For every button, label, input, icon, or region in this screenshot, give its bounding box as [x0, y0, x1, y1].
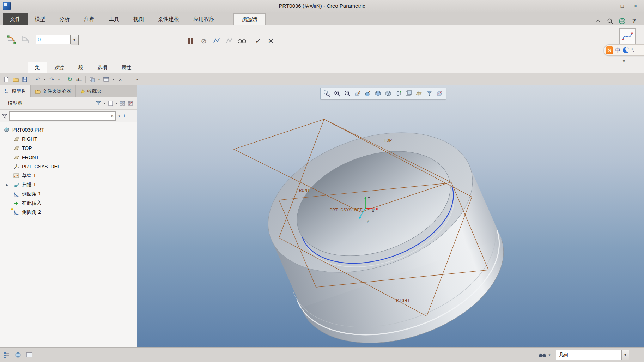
geometry-preview-icon[interactable]: [211, 35, 222, 47]
subtab-properties[interactable]: 属性: [114, 62, 138, 73]
tab-model-tree[interactable]: 模型树: [0, 85, 31, 97]
verify-glasses-icon[interactable]: [236, 35, 248, 47]
search-icon[interactable]: [606, 17, 614, 25]
copy-geometry-icon[interactable]: [88, 75, 96, 84]
find-binoculars-icon[interactable]: [538, 350, 547, 360]
cancel-feature-icon[interactable]: ✕: [265, 35, 277, 47]
help-icon[interactable]: ?: [630, 17, 638, 25]
tab-model[interactable]: 模型: [28, 13, 52, 25]
relations-d-equals-icon[interactable]: d=: [75, 75, 83, 84]
tree-row-top-plane[interactable]: TOP: [0, 144, 137, 153]
subtab-transitions[interactable]: 过渡: [47, 62, 71, 73]
tree-columns-icon[interactable]: [119, 100, 126, 107]
toggle-browser-icon[interactable]: [13, 350, 23, 360]
community-sync-icon[interactable]: [618, 17, 626, 25]
display-filters-icon[interactable]: [425, 89, 434, 98]
tree-row-csys[interactable]: PRT_CSYS_DEF: [0, 162, 137, 171]
zoom-region-icon[interactable]: [322, 89, 332, 98]
subtab-pieces[interactable]: 段: [71, 62, 90, 73]
maximize-button[interactable]: □: [616, 1, 628, 11]
copy-dropdown-caret[interactable]: ▼: [97, 78, 101, 81]
tab-file[interactable]: 文件: [3, 13, 28, 25]
find-dropdown-caret[interactable]: ▼: [548, 354, 551, 357]
ribbon-overflow-caret[interactable]: ▼: [622, 59, 626, 63]
window-arrange-icon[interactable]: [102, 75, 110, 84]
ime-logo-icon[interactable]: S: [606, 46, 613, 54]
ime-language-toggle[interactable]: 中: [615, 47, 621, 54]
toggle-model-tree-icon[interactable]: [2, 350, 11, 360]
round-radius-input[interactable]: [36, 35, 71, 44]
tab-round-active[interactable]: 倒圆角: [233, 13, 266, 25]
selection-filter-combo[interactable]: 几何 ▼: [556, 350, 629, 360]
tab-view[interactable]: 视图: [126, 13, 151, 25]
shading-options-icon[interactable]: [363, 89, 372, 98]
tab-flexible-modeling[interactable]: 柔性建模: [151, 13, 186, 25]
display-transparent-icon[interactable]: [384, 89, 393, 98]
round-radius-dropdown[interactable]: ▼: [71, 35, 79, 45]
zoom-out-icon[interactable]: [343, 89, 352, 98]
tree-row-round1[interactable]: 倒圆角 1: [0, 189, 137, 199]
undo-icon[interactable]: ↶: [34, 75, 42, 84]
model-canvas[interactable]: TOP FRONT RIGHT PRT_CSYS_DEF Y X Z: [137, 85, 644, 347]
tree-row-sweep[interactable]: ▶ 扫描 1: [0, 180, 137, 189]
save-icon[interactable]: [20, 75, 29, 84]
tree-display-list-icon[interactable]: [107, 100, 114, 107]
tab-applications[interactable]: 应用程序: [186, 13, 221, 25]
feature-preview-icon[interactable]: [224, 35, 235, 47]
datum-display-icon[interactable]: [414, 89, 424, 98]
accept-feature-icon[interactable]: ✓: [253, 35, 264, 47]
tab-annotate[interactable]: 注释: [77, 13, 102, 25]
redo-icon[interactable]: ↷: [48, 75, 56, 84]
tab-folder-browser[interactable]: 文件夹浏览器: [31, 85, 76, 97]
redo-dropdown-caret[interactable]: ▼: [57, 78, 61, 81]
undo-dropdown-caret[interactable]: ▼: [43, 78, 47, 81]
no-preview-icon[interactable]: ⊘: [198, 35, 209, 47]
expand-icon[interactable]: ▶: [4, 183, 11, 187]
minimize-button[interactable]: ─: [602, 1, 615, 11]
display-shaded-icon[interactable]: [373, 89, 383, 98]
subtab-sets[interactable]: 集: [28, 62, 47, 73]
tree-row-part[interactable]: PRT0036.PRT: [0, 125, 137, 134]
clear-search-icon[interactable]: ✕: [109, 114, 115, 119]
tree-settings-icon[interactable]: [127, 100, 134, 107]
pause-feature-icon[interactable]: [185, 35, 196, 47]
tree-search-input[interactable]: [10, 113, 109, 120]
round-transitions-mode-icon[interactable]: [18, 33, 32, 47]
ime-punctuation-icon[interactable]: °,: [631, 48, 634, 53]
saved-orientations-icon[interactable]: [394, 89, 403, 98]
repaint-icon[interactable]: [353, 89, 362, 98]
new-file-icon[interactable]: [2, 75, 11, 84]
sweep-icon: [13, 182, 19, 188]
tree-filter-caret[interactable]: ▼: [103, 102, 106, 105]
spline-tool-icon[interactable]: [619, 28, 636, 44]
tab-analysis[interactable]: 分析: [52, 13, 77, 25]
zoom-in-icon[interactable]: [333, 89, 342, 98]
add-filter-icon[interactable]: +: [123, 113, 126, 119]
tree-filter-icon[interactable]: [95, 100, 102, 107]
search-options-caret[interactable]: ▼: [118, 115, 121, 118]
regenerate-icon[interactable]: ↻: [66, 75, 74, 84]
tree-row-front-plane[interactable]: FRONT: [0, 153, 137, 162]
close-button[interactable]: ×: [629, 1, 642, 11]
toggle-fullscreen-icon[interactable]: [25, 350, 34, 360]
view-manager-icon[interactable]: [404, 89, 413, 98]
tree-row-round2[interactable]: ✱ 倒圆角 2: [0, 208, 137, 217]
round-sets-mode-icon[interactable]: [4, 33, 18, 47]
close-window-icon[interactable]: ×: [116, 75, 124, 84]
graphics-area[interactable]: TOP FRONT RIGHT PRT_CSYS_DEF Y X Z: [137, 85, 644, 347]
collapse-ribbon-icon[interactable]: [594, 17, 602, 25]
selection-filter-caret[interactable]: ▼: [621, 350, 629, 360]
tree-row-insert-here[interactable]: 在此插入: [0, 199, 137, 208]
qtb-customize-caret[interactable]: ▼: [135, 78, 139, 81]
ime-fullhalf-icon[interactable]: [623, 47, 629, 53]
section-cut-icon[interactable]: [435, 89, 444, 98]
tree-row-sketch[interactable]: 草绘 1: [0, 171, 137, 180]
tab-tools[interactable]: 工具: [102, 13, 126, 25]
tab-favorites[interactable]: 收藏夹: [76, 85, 107, 97]
tree-display-caret[interactable]: ▼: [115, 102, 118, 105]
window-dropdown-caret[interactable]: ▼: [111, 78, 115, 81]
open-file-icon[interactable]: [11, 75, 20, 84]
tree-row-right-plane[interactable]: RIGHT: [0, 134, 137, 144]
quick-access-toolbar: ↶ ▼ ↷ ▼ ↻ d= ▼ ▼ × ▼: [0, 73, 644, 86]
subtab-options[interactable]: 选项: [90, 62, 114, 73]
